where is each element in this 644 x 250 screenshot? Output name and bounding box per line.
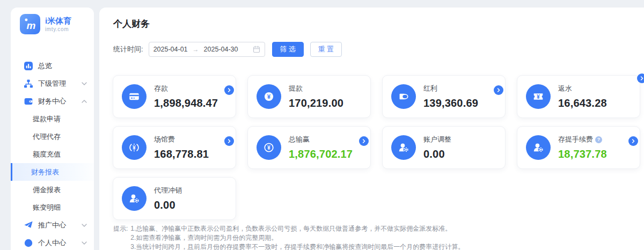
filter-label: 统计时间: xyxy=(113,45,143,54)
sidebar-subitem-label: 财务报表 xyxy=(31,167,59,177)
sidebar-subitem[interactable]: 账变明细 xyxy=(11,198,94,216)
date-range-picker[interactable]: 2025-04-01 → 2025-04-30 xyxy=(149,42,265,57)
sidebar-item[interactable]: 财务中心 xyxy=(11,92,94,110)
svg-text:¥: ¥ xyxy=(133,145,136,151)
stat-card-value: 18,737.78 xyxy=(558,148,607,160)
arrow-right-button[interactable] xyxy=(224,136,234,146)
stat-card: 红利139,360.69 xyxy=(382,75,506,118)
chart-bar-icon xyxy=(24,61,33,71)
date-range-separator: → xyxy=(193,46,199,53)
note-line: 2.如需查看净输赢，查询时间需为月份的完整周期。 xyxy=(130,233,464,242)
note-line: 3.当统计时间跨月，且前后月份的存提费率不一致时，存提手续费和净输赢将按查询时间… xyxy=(130,242,464,250)
arrow-right-button[interactable] xyxy=(637,73,644,83)
sidebar-subitem-active[interactable]: 财务报表 xyxy=(11,163,94,181)
chevron-up-icon xyxy=(82,100,87,103)
stat-card-label: 账户调整 xyxy=(423,135,451,144)
arrow-right-button[interactable] xyxy=(359,136,369,146)
coins-icon xyxy=(391,84,416,109)
chevron-down-icon xyxy=(82,241,87,245)
svg-text:¥: ¥ xyxy=(537,94,540,100)
help-icon[interactable]: ? xyxy=(595,136,602,143)
stat-card-value: 16,643.28 xyxy=(558,97,607,109)
stat-card: 账户调整0.00 xyxy=(382,126,506,169)
calendar-icon xyxy=(253,46,260,53)
ticket-yuan-icon: ¥ xyxy=(526,84,551,109)
sidebar-subitem[interactable]: 额度充值 xyxy=(11,145,94,163)
sitemap-icon xyxy=(24,79,33,89)
sidebar-subitem-label: 账变明细 xyxy=(33,203,61,212)
stat-card-label: 存款 xyxy=(154,84,168,93)
sidebar-subitem[interactable]: 提款申请 xyxy=(11,110,94,128)
stat-card-label: 提款 xyxy=(289,84,303,93)
credit-card-icon xyxy=(122,84,147,109)
filter-bar: 统计时间: 2025-04-01 → 2025-04-30 筛选 重置 xyxy=(113,42,644,57)
logo: m i米体育 imty.com xyxy=(11,8,94,34)
arrow-right-button[interactable] xyxy=(224,85,234,95)
start-date-value: 2025-04-01 xyxy=(153,46,188,53)
stat-card: 代理冲销0.00 xyxy=(113,177,236,220)
main-panel: 个人财务 统计时间: 2025-04-01 → 2025-04-30 筛选 重置… xyxy=(99,8,644,250)
brand-domain: imty.com xyxy=(45,26,71,33)
sidebar-subitem-label: 提款申请 xyxy=(33,114,61,124)
note-line: 1.总输赢、净输赢中正数表示公司盈利，负数表示公司亏损，每天数据只做普通参考，并… xyxy=(130,224,464,233)
stat-card: ¥返水16,643.28 xyxy=(517,75,640,118)
chevron-down-icon xyxy=(82,224,87,227)
stat-card: 存提手续费?18,737.78 xyxy=(517,126,640,169)
notes-prefix: 提示: xyxy=(113,224,128,250)
stat-card-value: 0.00 xyxy=(423,148,451,160)
stat-card-label: 返水 xyxy=(558,84,572,93)
paper-plane-icon xyxy=(24,220,33,230)
notes-lines: 1.总输赢、净输赢中正数表示公司盈利，负数表示公司亏损，每天数据只做普通参考，并… xyxy=(130,224,464,250)
svg-text:¥: ¥ xyxy=(267,93,271,100)
svg-text:m: m xyxy=(26,20,35,31)
sidebar-subitem-label: 额度充值 xyxy=(33,150,61,159)
sidebar-nav: 总览下级管理财务中心提款申请代理代存额度充值财务报表佣金报表账变明细推广中心个人… xyxy=(11,57,94,250)
sidebar-item[interactable]: 个人中心 xyxy=(11,234,94,250)
sidebar-subitem[interactable]: 代理代存 xyxy=(11,128,94,145)
stat-card: ¥提款170,219.00 xyxy=(247,75,371,118)
sidebar-item-label: 个人中心 xyxy=(38,238,66,248)
stat-card-label: 红利 xyxy=(423,84,437,93)
reset-button[interactable]: 重置 xyxy=(310,42,342,57)
stat-card-label: 场馆费 xyxy=(154,135,175,144)
user-circle-icon xyxy=(24,238,33,248)
sidebar-item-label: 总览 xyxy=(38,61,52,71)
stat-card: ¥场馆费168,778.81 xyxy=(113,126,236,169)
stat-card-value: 168,778.81 xyxy=(154,148,209,160)
sidebar-item-label: 下级管理 xyxy=(38,79,66,89)
brand-logo-icon: m xyxy=(20,14,40,34)
sidebar-subitem-label: 代理代存 xyxy=(33,132,61,142)
sidebar-item[interactable]: 下级管理 xyxy=(11,75,94,92)
wallet-icon xyxy=(24,97,33,106)
user-gear-icon xyxy=(391,135,416,160)
sidebar-subitem[interactable]: 佣金报表 xyxy=(11,181,94,198)
sidebar: m i米体育 imty.com 总览下级管理财务中心提款申请代理代存额度充值财务… xyxy=(11,8,94,250)
page-title: 个人财务 xyxy=(99,8,644,30)
stat-card-value: 139,360.69 xyxy=(423,97,478,109)
stat-cards: 存款1,898,948.47¥提款170,219.00红利139,360.69¥… xyxy=(113,75,644,220)
user-gear-icon xyxy=(526,135,551,160)
notes: 提示: 1.总输赢、净输赢中正数表示公司盈利，负数表示公司亏损，每天数据只做普通… xyxy=(113,224,644,250)
stat-card-value: 170,219.00 xyxy=(289,97,343,109)
stat-card-value: 0.00 xyxy=(154,199,182,211)
user-gear-icon xyxy=(122,186,147,211)
arrow-right-button[interactable] xyxy=(628,136,638,146)
filter-button[interactable]: 筛选 xyxy=(272,42,304,57)
sidebar-item[interactable]: 推广中心 xyxy=(11,216,94,234)
svg-text:¥: ¥ xyxy=(267,145,270,151)
stat-card-value: 1,898,948.47 xyxy=(154,97,218,109)
stat-card-label: 代理冲销 xyxy=(154,186,182,195)
stat-card: 存款1,898,948.47 xyxy=(113,75,236,118)
sidebar-item-label: 财务中心 xyxy=(38,97,66,106)
sidebar-subitem-label: 佣金报表 xyxy=(33,185,61,195)
page: m i米体育 imty.com 总览下级管理财务中心提款申请代理代存额度充值财务… xyxy=(0,0,644,250)
stat-card-label: 总输赢 xyxy=(289,135,310,144)
chevron-down-icon xyxy=(82,82,87,85)
stat-card: ¥总输赢1,876,702.17 xyxy=(247,126,371,169)
end-date-value: 2025-04-30 xyxy=(204,46,238,53)
stat-card-value: 1,876,702.17 xyxy=(289,148,353,160)
arrow-right-button[interactable] xyxy=(494,85,503,95)
brand-name: i米体育 xyxy=(45,16,71,26)
venue-yuan-icon: ¥ xyxy=(122,135,147,160)
sidebar-item[interactable]: 总览 xyxy=(11,57,94,75)
